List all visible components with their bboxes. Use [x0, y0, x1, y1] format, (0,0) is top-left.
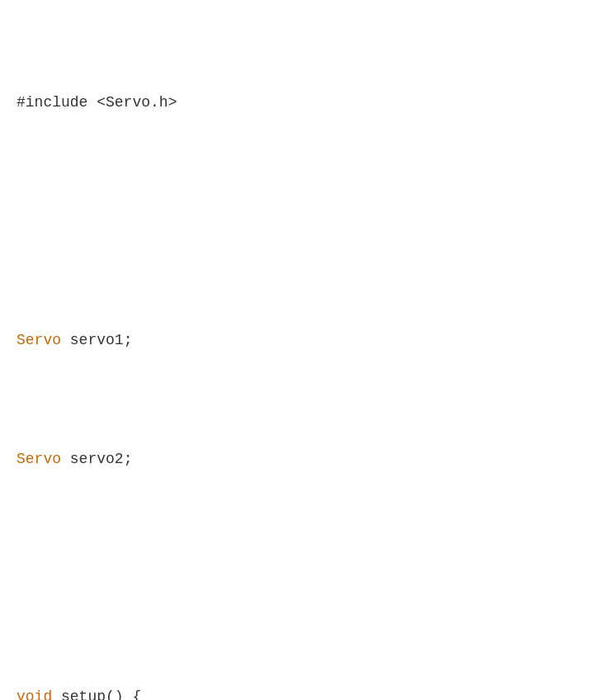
code-editor: #include <Servo.h> Servo servo1; Servo s…: [17, 20, 592, 700]
include-directive: #include <Servo.h>: [17, 94, 177, 111]
keyword-void-setup: void: [17, 688, 52, 700]
setup-signature: setup() {: [52, 688, 141, 700]
line-servo2-decl: Servo servo2;: [17, 447, 592, 471]
keyword-servo: Servo: [17, 332, 61, 348]
line-include: #include <Servo.h>: [17, 91, 592, 115]
line-servo1-decl: Servo servo1;: [17, 329, 592, 352]
line-blank-1: [17, 210, 592, 234]
line-blank-2: [17, 566, 592, 590]
keyword-servo2: Servo: [17, 451, 61, 467]
servo2-name: servo2;: [61, 451, 132, 467]
line-setup-open: void setup() {: [17, 685, 592, 700]
servo1-name: servo1;: [61, 332, 132, 348]
